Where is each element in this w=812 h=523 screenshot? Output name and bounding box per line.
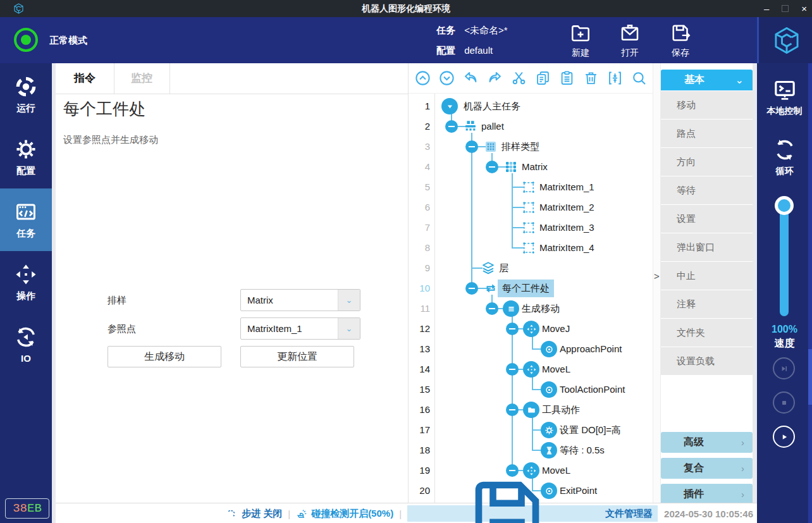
tree-row-label[interactable]: 生成移动 (522, 298, 560, 319)
collapse-toggle[interactable] (506, 363, 519, 376)
step-forward-button[interactable] (773, 357, 795, 379)
file-manager-button[interactable]: 文件管理器 (407, 505, 658, 522)
tree-line-number: 14 (409, 359, 430, 379)
sidebar-item-task[interactable]: 任务 (0, 188, 52, 251)
tree-row-label[interactable]: MatrixItem_1 (539, 177, 594, 197)
open-task-button[interactable]: 打开 (609, 22, 651, 59)
reference-point-select[interactable]: MatrixItem_1 ⌄ (240, 317, 360, 340)
chevron-right-icon: › (741, 489, 744, 500)
close-button[interactable]: × (801, 0, 807, 17)
application-window: 机器人图形化编程环境 – × 正常模式 任务 <未命名>* 配置 default… (0, 0, 812, 523)
tree-line-number: 6 (409, 197, 430, 218)
new-task-button[interactable]: 新建 (560, 22, 601, 59)
sidebar-item-run[interactable]: 运行 (0, 63, 52, 126)
pattern-select[interactable]: Matrix ⌄ (240, 289, 360, 311)
collision-detect-status[interactable]: 碰撞检测开启(50%) (296, 508, 393, 520)
window-title: 机器人图形化编程环境 (0, 0, 812, 17)
collapse-toggle[interactable] (465, 140, 478, 153)
collapse-toggle[interactable] (445, 120, 458, 133)
tree-row-label[interactable]: 工具动作 (542, 400, 580, 420)
page-title: 每个工件处 (63, 98, 145, 120)
minimize-button[interactable]: – (764, 0, 769, 17)
panel-splitter[interactable]: > (653, 63, 661, 503)
generate-move-button[interactable]: 生成移动 (108, 346, 221, 367)
tree-row-label[interactable]: 层 (499, 258, 508, 278)
update-position-button[interactable]: 更新位置 (240, 346, 354, 367)
instruction-item-comment[interactable]: 注释 (661, 290, 753, 318)
root-expand-icon[interactable] (441, 98, 458, 114)
tree-line-number: 12 (409, 319, 430, 339)
search-icon[interactable] (631, 70, 648, 87)
window-scrollbar[interactable] (808, 63, 812, 523)
category-composite[interactable]: 复合› (661, 458, 753, 479)
tree-row-label[interactable]: MatrixItem_2 (539, 197, 594, 218)
paste-icon[interactable] (558, 70, 575, 87)
instruction-item-direction[interactable]: 方向 (661, 148, 753, 176)
play-button[interactable] (773, 426, 795, 448)
instruction-item-payload[interactable]: 设置负载 (661, 347, 753, 375)
save-task-button[interactable]: 保存 (660, 22, 701, 59)
stop-button[interactable] (773, 391, 795, 414)
brand-cube-icon (771, 25, 803, 56)
sidebar-item-operate[interactable]: 操作 (0, 251, 52, 314)
maximize-button[interactable] (782, 5, 789, 12)
tree-row-label[interactable]: MatrixItem_3 (539, 218, 594, 238)
cycle-button[interactable]: 循环 (757, 137, 812, 177)
tab-monitor[interactable]: 监控 (114, 63, 170, 94)
tree-row-label[interactable]: MoveL (542, 359, 570, 379)
collapse-toggle[interactable] (465, 282, 478, 295)
tree-row-label[interactable]: 等待 : 0.5s (560, 440, 605, 460)
tab-instruction[interactable]: 指令 (56, 63, 114, 94)
gear-icon (541, 422, 557, 438)
collapse-icon[interactable] (606, 70, 624, 87)
tree-row-label[interactable]: ToolActionPoint (560, 379, 625, 400)
tree-row-label[interactable]: Matrix (522, 157, 548, 177)
chevron-down-icon[interactable]: ⌄ (338, 290, 360, 311)
matrix-icon (503, 159, 519, 175)
category-plugin[interactable]: 插件› (661, 484, 753, 505)
collapse-toggle[interactable] (486, 302, 498, 315)
delete-icon[interactable] (582, 70, 600, 87)
move-down-icon[interactable] (438, 70, 455, 87)
panel-tabbar: 指令 监控 (56, 63, 408, 94)
collapse-toggle[interactable] (486, 161, 498, 173)
tree-row-label-selected[interactable]: 每个工件处 (498, 280, 554, 297)
instruction-item-move[interactable]: 移动 (661, 91, 753, 119)
undo-icon[interactable] (462, 70, 479, 87)
sidebar-item-io[interactable]: IO (0, 314, 52, 376)
collapse-toggle[interactable] (506, 403, 519, 416)
copy-icon[interactable] (534, 70, 551, 87)
instruction-item-folder[interactable]: 文件夹 (661, 319, 753, 347)
category-basic-header[interactable]: 基本 ⌄ (661, 70, 753, 90)
speed-slider-thumb[interactable] (775, 196, 794, 215)
move-up-icon[interactable] (414, 70, 431, 87)
local-control-button[interactable]: 本地控制 (757, 77, 812, 117)
tree-row-label[interactable]: MatrixItem_4 (539, 238, 594, 258)
brand-logo (757, 17, 812, 63)
instruction-item-waypoint[interactable]: 路点 (661, 120, 753, 147)
hourglass-icon (541, 442, 557, 458)
chevron-down-icon[interactable]: ⌄ (338, 318, 360, 339)
tree-row-label[interactable]: 机器人主任务 (464, 96, 520, 116)
instruction-item-popup[interactable]: 弹出窗口 (661, 233, 753, 261)
matrix-item-icon (521, 220, 536, 235)
tree-row-label[interactable]: pallet (481, 116, 504, 137)
sidebar-item-config[interactable]: 配置 (0, 126, 52, 188)
chevron-right-icon: › (741, 463, 744, 474)
step-mode-status[interactable]: 步进 关闭 (226, 508, 282, 520)
page-subtitle: 设置参照点并生成移动 (63, 134, 158, 146)
tree-row-label[interactable]: ApproachPoint (560, 339, 622, 359)
tree-row-label[interactable]: 设置 DO[0]=高 (560, 420, 621, 440)
config-label: 配置 (436, 45, 455, 56)
category-advanced[interactable]: 高级› (661, 432, 753, 453)
instruction-item-wait[interactable]: 等待 (661, 176, 753, 204)
instruction-item-set[interactable]: 设置 (661, 205, 753, 233)
instruction-item-abort[interactable]: 中止 (661, 262, 753, 290)
tree-row-label[interactable]: MoveJ (542, 319, 570, 339)
redo-icon[interactable] (486, 70, 503, 87)
line-number-divider (434, 94, 435, 503)
collapse-toggle[interactable] (506, 323, 519, 335)
cut-icon[interactable] (510, 70, 527, 87)
tree-row-label[interactable]: 排样类型 (501, 137, 539, 157)
expand-panel-icon[interactable]: > (654, 271, 660, 281)
